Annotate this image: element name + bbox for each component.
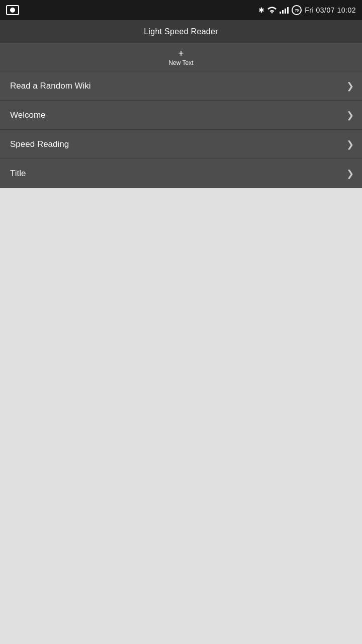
list-item[interactable]: Title ❯ [0, 159, 362, 188]
battery-icon: 70 [292, 5, 302, 15]
status-bar: ✱ 70 Fri 03/07 10:02 [0, 0, 362, 20]
list-item[interactable]: Read a Random Wiki ❯ [0, 71, 362, 101]
status-bar-left [6, 5, 19, 15]
status-bar-right: ✱ 70 Fri 03/07 10:02 [258, 5, 356, 15]
app-title: Light Speed Reader [144, 27, 218, 36]
list-item[interactable]: Speed Reading ❯ [0, 130, 362, 159]
battery-level: 70 [295, 9, 299, 12]
status-datetime: Fri 03/07 10:02 [305, 6, 356, 14]
list-item-label: Speed Reading [10, 139, 69, 149]
bluetooth-icon: ✱ [258, 6, 264, 14]
new-text-button[interactable]: + New Text [0, 43, 362, 71]
plus-icon: + [178, 48, 184, 58]
app-titlebar: Light Speed Reader [0, 20, 362, 43]
list-item[interactable]: Welcome ❯ [0, 101, 362, 130]
chevron-right-icon: ❯ [346, 139, 354, 150]
wifi-icon [267, 7, 277, 14]
list-item-label: Read a Random Wiki [10, 81, 91, 91]
chevron-right-icon: ❯ [346, 168, 354, 179]
new-text-label: New Text [168, 59, 193, 66]
list-item-label: Welcome [10, 110, 46, 120]
list-item-label: Title [10, 169, 26, 179]
signal-bars [280, 7, 289, 14]
chevron-right-icon: ❯ [346, 110, 354, 121]
chevron-right-icon: ❯ [346, 80, 354, 92]
photo-icon [6, 5, 19, 15]
list-container: Read a Random Wiki ❯ Welcome ❯ Speed Rea… [0, 71, 362, 188]
main-content [0, 188, 362, 644]
